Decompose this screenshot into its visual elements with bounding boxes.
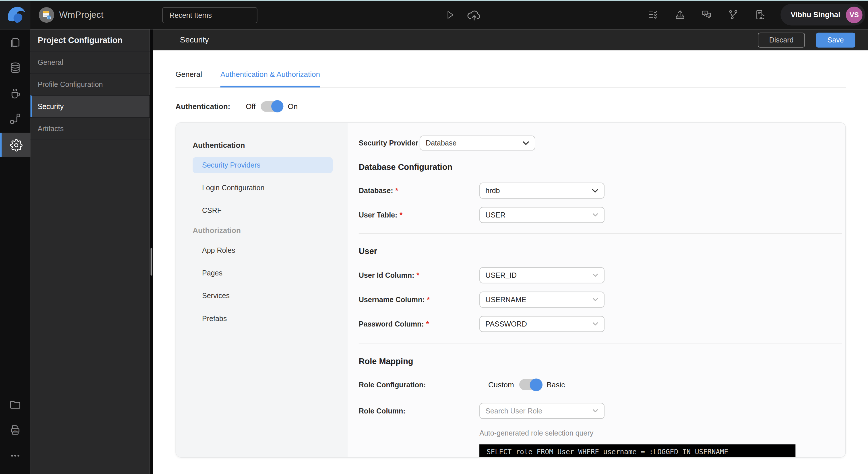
page-title: Security [180, 35, 209, 44]
security-page: General Authentication & Authorization A… [153, 50, 868, 474]
export-icon[interactable] [674, 9, 686, 20]
role-mapping-heading: Role Mapping [359, 356, 842, 366]
project-avatar-icon [39, 7, 54, 22]
database-configuration-heading: Database Configuration [359, 162, 842, 171]
tab-general[interactable]: General [175, 70, 202, 88]
toggle-on-label: On [288, 102, 298, 110]
project-name: WmProject [59, 10, 103, 20]
security-provider-select[interactable]: Database [420, 135, 535, 150]
svg-text:文: 文 [708, 14, 710, 17]
authentication-label: Authentication: [175, 102, 246, 110]
authentication-section-heading: Authentication [176, 141, 348, 150]
database-field-row: Database:* hrdb [359, 183, 842, 198]
role-selection-query: SELECT role FROM User WHERE username = :… [479, 444, 795, 457]
save-button[interactable]: Save [816, 32, 856, 48]
translate-icon[interactable]: A 文 [701, 9, 713, 20]
pages-icon[interactable] [0, 29, 30, 55]
required-marker: * [400, 211, 402, 219]
password-column-label: Password Column:* [359, 320, 479, 328]
panel-scrollbar-handle[interactable] [150, 248, 152, 276]
toggle-knob [530, 378, 542, 391]
nav-item-csrf[interactable]: CSRF [176, 202, 348, 219]
project-chip[interactable]: WmProject [39, 0, 104, 29]
sidebar-item-security[interactable]: Security [30, 95, 150, 117]
security-section-nav: Authentication Security Providers Login … [176, 123, 348, 457]
branch-icon[interactable] [727, 9, 739, 20]
project-config-panel: Project Configuration General Profile Co… [30, 29, 150, 474]
wavemaker-studio-screen: WmProject Recent Items [0, 0, 868, 474]
password-column-row: Password Column:* PASSWORD [359, 316, 842, 332]
toggle-knob [271, 100, 283, 112]
recent-items-label: Recent Items [169, 11, 212, 20]
user-table-field-row: User Table:* USER [359, 207, 842, 223]
database-select[interactable]: hrdb [479, 183, 604, 198]
basic-label: Basic [547, 380, 565, 389]
required-marker: * [426, 320, 429, 328]
recent-items-dropdown[interactable]: Recent Items [162, 7, 257, 23]
top-bar: WmProject Recent Items [0, 0, 868, 29]
cloud-upload-icon[interactable] [467, 8, 482, 21]
nav-item-prefabs[interactable]: Prefabs [176, 311, 348, 326]
user-menu[interactable]: Vibhu Singhal VS [781, 4, 865, 25]
more-icon[interactable] [0, 443, 30, 468]
chevron-down-icon [592, 409, 598, 413]
chevron-down-icon [592, 274, 598, 277]
discard-button[interactable]: Discard [758, 32, 805, 48]
password-column-select[interactable]: PASSWORD [479, 316, 604, 332]
settings-icon[interactable] [0, 133, 30, 157]
rail-bottom-group: LOG [0, 392, 30, 468]
nav-item-pages[interactable]: Pages [176, 265, 348, 281]
chevron-down-icon [592, 322, 598, 326]
role-column-select[interactable] [479, 403, 604, 419]
security-header: Security Discard Save [153, 29, 868, 50]
role-column-search-input[interactable] [485, 407, 574, 415]
user-name: Vibhu Singhal [790, 11, 840, 19]
api-icon[interactable] [0, 105, 30, 131]
nav-item-services[interactable]: Services [176, 288, 348, 304]
user-table-select[interactable]: USER [479, 207, 604, 223]
required-marker: * [427, 295, 430, 304]
user-avatar: VS [846, 6, 863, 23]
panel-scrollbar-track [150, 29, 153, 474]
sidebar-item-profile-configuration[interactable]: Profile Configuration [30, 73, 150, 95]
run-deploy-group [445, 0, 482, 29]
role-column-label: Role Column: [359, 407, 479, 415]
file-sync-icon[interactable] [754, 9, 766, 20]
run-play-icon[interactable] [445, 9, 456, 20]
database-icon[interactable] [0, 55, 30, 80]
folder-icon[interactable] [0, 392, 30, 417]
username-column-label: Username Column:* [359, 295, 479, 304]
security-tabs: General Authentication & Authorization [175, 70, 846, 88]
database-label: Database:* [359, 187, 479, 195]
custom-label: Custom [488, 380, 514, 389]
nav-item-security-providers[interactable]: Security Providers [193, 157, 333, 173]
username-column-select[interactable]: USERNAME [479, 291, 604, 308]
chevron-down-icon [592, 213, 598, 217]
required-marker: * [395, 187, 398, 195]
sidebar-item-artifacts[interactable]: Artifacts [30, 117, 150, 139]
user-id-column-select[interactable]: USER_ID [479, 267, 604, 283]
logs-icon[interactable]: LOG [0, 417, 30, 443]
project-config-title: Project Configuration [30, 29, 150, 51]
role-configuration-toggle-group: Custom Basic [479, 379, 565, 390]
screen-top-edge [0, 0, 868, 1]
role-configuration-toggle[interactable] [519, 379, 541, 390]
user-section-heading: User [359, 246, 842, 256]
security-provider-label: Security Provider [359, 139, 420, 147]
java-service-icon[interactable] [0, 80, 30, 106]
required-marker: * [416, 271, 420, 280]
user-id-column-label: User Id Column:* [359, 271, 479, 280]
role-configuration-row: Role Configuration: Custom Basic [359, 378, 842, 391]
wavemaker-logo[interactable] [0, 0, 30, 29]
security-providers-form: Security Provider Database Database Conf… [348, 123, 845, 457]
svg-text:A: A [704, 11, 706, 14]
security-config-card: Authentication Security Providers Login … [175, 122, 846, 457]
tab-authentication-authorization[interactable]: Authentication & Authorization [220, 70, 320, 88]
user-table-label: User Table:* [359, 211, 479, 219]
sidebar-item-general[interactable]: General [30, 51, 150, 73]
chevron-down-icon [523, 141, 529, 145]
nav-item-login-configuration[interactable]: Login Configuration [176, 180, 348, 196]
task-list-icon[interactable] [648, 9, 660, 20]
nav-item-app-roles[interactable]: App Roles [176, 243, 348, 258]
authentication-toggle[interactable] [260, 101, 283, 112]
